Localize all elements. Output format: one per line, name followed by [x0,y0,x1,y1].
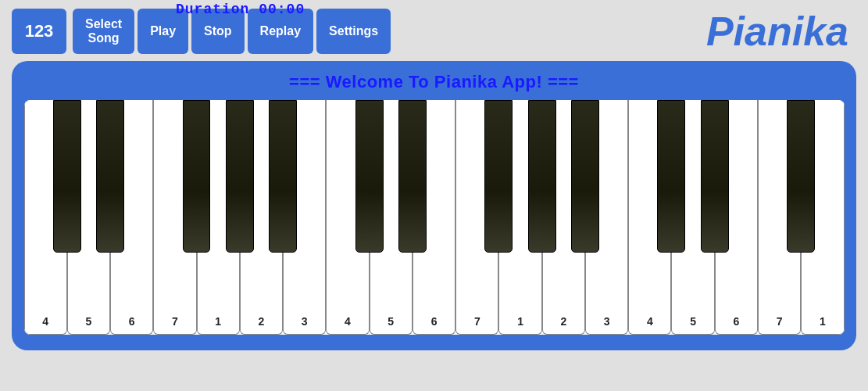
black-key[interactable] [484,100,513,253]
black-key[interactable] [355,100,384,253]
settings-button[interactable]: Settings [316,9,391,54]
piano-container: === Welcome To Pianika App! === 45671234… [12,61,856,350]
black-key[interactable] [787,100,815,253]
black-key[interactable] [701,100,729,253]
top-bar: Duration 00:00 123 SelectSong Play Stop … [12,8,856,55]
black-key[interactable] [96,100,124,253]
black-key[interactable] [183,100,211,253]
black-key[interactable] [53,100,81,253]
black-key[interactable] [269,100,297,253]
welcome-text: === Welcome To Pianika App! === [289,72,579,92]
black-key[interactable] [226,100,254,253]
btn-123[interactable]: 123 [12,9,66,54]
piano-keyboard: 4567123456712345671 [24,100,845,335]
black-key[interactable] [528,100,556,253]
black-key[interactable] [657,100,685,253]
black-key[interactable] [398,100,427,253]
select-song-button[interactable]: SelectSong [73,9,134,54]
duration-label: Duration 00:00 [176,2,305,17]
black-key[interactable] [571,100,599,253]
app-title: Pianika [706,8,848,55]
